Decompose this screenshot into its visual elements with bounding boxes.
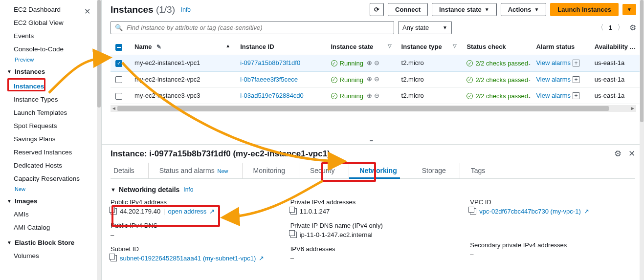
table-row[interactable]: my-ec2-instance2-vpc2 i-0b7faeee3f3f5cec… (111, 71, 644, 88)
filter-icon[interactable]: ▽ (453, 43, 457, 48)
connect-button[interactable]: Connect (388, 3, 428, 16)
edit-icon[interactable]: ✎ (156, 43, 161, 50)
col-instance-id[interactable]: Instance ID (235, 39, 326, 55)
subnet-value[interactable]: subnet-019226452851aaa41 (my-subnet1-vpc… (120, 255, 256, 262)
tab-networking[interactable]: Networking (349, 163, 400, 178)
open-address-link[interactable]: open address (168, 208, 207, 215)
sidebar-item-events[interactable]: Events (0, 29, 101, 43)
copy-icon[interactable] (290, 232, 297, 238)
tab-tags[interactable]: Tags (460, 163, 489, 178)
launch-instances-dropdown[interactable]: ▼ (622, 4, 636, 15)
view-alarms-link[interactable]: View alarms (536, 92, 571, 99)
prev-page-button[interactable]: 〈 (597, 23, 604, 32)
private-dns-label: Private IP DNS name (IPv4 only) (290, 222, 456, 229)
sort-icon[interactable]: ▲ (225, 43, 230, 48)
add-alarm-icon[interactable]: + (573, 92, 579, 99)
sidebar-item-global-view[interactable]: EC2 Global View (0, 16, 101, 29)
sidebar-item-capacity-reservations[interactable]: Capacity Reservations (0, 172, 101, 185)
actions-dropdown[interactable]: Actions▼ (501, 3, 547, 16)
row-checkbox[interactable] (115, 76, 122, 83)
sidebar-item-instances[interactable]: Instances (0, 80, 44, 93)
sidebar-item-console-to-code[interactable]: Console-to-Code (0, 43, 101, 56)
zoom-in-icon[interactable]: ⊕ (367, 92, 372, 99)
main-scrollbar-thumb[interactable] (640, 0, 644, 122)
tab-security[interactable]: Security (299, 163, 338, 178)
sidebar-section-ebs[interactable]: ▼Elastic Block Store (0, 234, 101, 249)
col-status-check[interactable]: Status check (462, 39, 531, 55)
col-name[interactable]: Name ✎▲ (130, 39, 235, 55)
cell-status-check: 2/2 checks passed (466, 92, 528, 100)
vpc-value[interactable]: vpc-02df67cbc447bc730 (my-vpc-1) (479, 208, 580, 215)
zoom-in-icon[interactable]: ⊕ (367, 75, 372, 83)
detail-settings-icon[interactable]: ⚙ (614, 149, 622, 159)
add-alarm-icon[interactable]: + (573, 60, 579, 66)
detail-close-icon[interactable]: ✕ (628, 149, 635, 159)
scroll-left-icon[interactable]: ◄ (111, 105, 117, 112)
col-instance-state[interactable]: Instance state▽ (326, 39, 397, 55)
scroll-thumb[interactable] (117, 106, 609, 111)
external-link-icon[interactable]: ↗ (209, 208, 215, 215)
tab-monitoring[interactable]: Monitoring (242, 163, 288, 178)
col-az[interactable]: Availability Zone (590, 39, 644, 55)
tab-storage[interactable]: Storage (411, 163, 449, 178)
view-alarms-link[interactable]: View alarms (536, 76, 571, 83)
copy-icon[interactable] (470, 208, 476, 215)
external-link-icon[interactable]: ↗ (584, 208, 589, 215)
view-alarms-link[interactable]: View alarms (536, 59, 571, 66)
col-instance-type[interactable]: Instance type▽ (397, 39, 462, 55)
search-input[interactable]: 🔍 (111, 21, 394, 34)
zoom-out-icon[interactable]: ⊖ (374, 59, 379, 66)
sidebar-section-instances[interactable]: ▼Instances (0, 63, 101, 78)
private-ipv4-value: 11.0.1.247 (300, 208, 330, 215)
sidebar-item-savings-plans[interactable]: Savings Plans (0, 132, 101, 146)
info-link[interactable]: Info (181, 6, 191, 13)
horizontal-scrollbar[interactable]: ◄ ► (111, 105, 636, 112)
col-alarm-status[interactable]: Alarm status (531, 39, 589, 55)
filter-icon[interactable]: ▽ (388, 43, 392, 48)
row-checkbox[interactable] (115, 60, 122, 67)
copy-icon[interactable] (290, 208, 297, 215)
label: Dedicated Hosts (14, 162, 62, 169)
sidebar-item-volumes[interactable]: Volumes (0, 249, 101, 262)
state-filter-dropdown[interactable]: Any state ▼ (398, 21, 452, 34)
settings-gear-icon[interactable]: ⚙ (629, 23, 636, 32)
row-checkbox[interactable] (115, 93, 122, 100)
zoom-in-icon[interactable]: ⊕ (367, 59, 372, 66)
sidebar-item-dashboard[interactable]: EC2 Dashboard (0, 3, 101, 16)
public-ipv4-label: Public IPv4 address (111, 198, 276, 206)
copy-icon[interactable] (111, 255, 117, 261)
search-field[interactable] (127, 24, 390, 31)
select-all-checkbox[interactable] (115, 44, 122, 51)
scroll-right-icon[interactable]: ► (629, 105, 636, 112)
cell-instance-id[interactable]: i-0977a15b8b73f1df0 (240, 59, 300, 66)
sidebar-item-dedicated-hosts[interactable]: Dedicated Hosts (0, 159, 101, 172)
table-row[interactable]: my-ec2-instance1-vpc1 i-0977a15b8b73f1df… (111, 55, 644, 71)
next-page-button[interactable]: 〉 (617, 23, 624, 32)
split-handle[interactable] (102, 137, 644, 144)
sidebar-item-reserved-instances[interactable]: Reserved Instances (0, 146, 101, 159)
caret-down-icon: ▼ (443, 25, 447, 30)
launch-instances-button[interactable]: Launch instances (550, 3, 619, 16)
copy-icon[interactable] (111, 208, 117, 215)
detail-panel: Instance: i-0977a15b8b73f1df0 (my-ec2-in… (102, 144, 644, 274)
table-row[interactable]: my-ec2-instance3-vpc3 i-03ad519e762884cd… (111, 87, 644, 104)
sidebar-item-amis[interactable]: AMIs (0, 208, 101, 221)
external-link-icon[interactable]: ↗ (259, 255, 264, 262)
networking-details-header[interactable]: ▼ Networking details Info (111, 186, 635, 194)
add-alarm-icon[interactable]: + (573, 76, 579, 83)
cell-instance-id[interactable]: i-0b7faeee3f3f5cece (240, 76, 298, 83)
instance-state-dropdown[interactable]: Instance state▼ (432, 3, 497, 16)
sidebar-item-ami-catalog[interactable]: AMI Catalog (0, 221, 101, 234)
zoom-out-icon[interactable]: ⊖ (374, 92, 379, 99)
refresh-button[interactable]: ⟳ (370, 3, 384, 16)
tab-details[interactable]: Details (111, 163, 137, 178)
info-link[interactable]: Info (183, 186, 193, 193)
cell-instance-id[interactable]: i-03ad519e762884cd0 (240, 92, 303, 99)
tab-status-alarms[interactable]: Status and alarms New (148, 163, 231, 178)
sidebar-section-images[interactable]: ▼Images (0, 193, 101, 208)
sidebar-item-spot-requests[interactable]: Spot Requests (0, 119, 101, 132)
sidebar-item-launch-templates[interactable]: Launch Templates (0, 106, 101, 119)
sidebar-item-instance-types[interactable]: Instance Types (0, 93, 101, 106)
zoom-out-icon[interactable]: ⊖ (374, 75, 379, 83)
col-checkbox[interactable] (111, 39, 130, 55)
